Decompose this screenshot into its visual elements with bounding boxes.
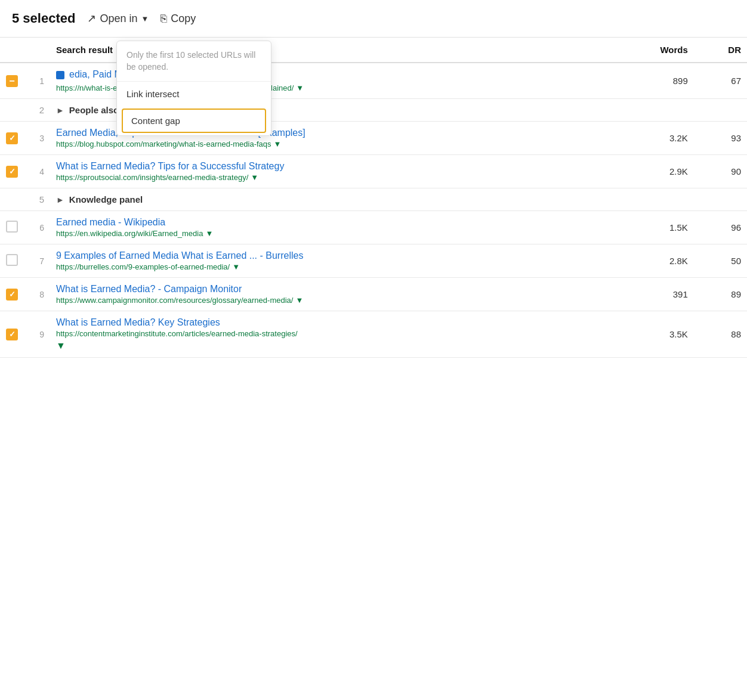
row-checkbox[interactable]: [6, 329, 18, 340]
row-number: 8: [24, 278, 50, 311]
row-checkbox[interactable]: [6, 166, 18, 178]
result-url[interactable]: https://burrelles.com/9-examples-of-earn…: [56, 262, 230, 271]
result-url-container: https://en.wikipedia.org/wiki/Earned_med…: [56, 229, 603, 238]
table-row: 1 edia, Paid Media - Titan Growth https:…: [0, 63, 747, 99]
link-intersect-item[interactable]: Link intersect: [117, 82, 271, 106]
row-checkbox[interactable]: [6, 289, 18, 301]
group-title: Knowledge panel: [69, 194, 143, 205]
checkbox-cell[interactable]: [0, 244, 24, 278]
checkbox-cell[interactable]: [0, 211, 24, 244]
result-cell: What is Earned Media? Key Strategies htt…: [50, 311, 609, 358]
dr-value: 50: [694, 244, 747, 278]
result-link[interactable]: What is Earned Media? Tips for a Success…: [56, 161, 603, 172]
result-url-container: https://blog.hubspot.com/marketing/what-…: [56, 140, 603, 148]
result-url[interactable]: https://blog.hubspot.com/marketing/what-…: [56, 140, 271, 148]
table-row: 8 What is Earned Media? - Campaign Monit…: [0, 278, 747, 311]
words-value: 1.5K: [609, 211, 694, 244]
open-in-dropdown: Only the first 10 selected URLs will be …: [116, 41, 271, 136]
header-checkbox-col: [0, 38, 24, 63]
words-value: 391: [609, 278, 694, 311]
table-row: 4 What is Earned Media? Tips for a Succe…: [0, 155, 747, 188]
row-number: 7: [24, 244, 50, 278]
header-dr-col: DR: [694, 38, 747, 63]
checkbox-cell: [0, 99, 24, 122]
table-row: 6 Earned media - Wikipedia https://en.wi…: [0, 211, 747, 244]
dr-value: 93: [694, 122, 747, 155]
url-dropdown-arrow[interactable]: ▼: [295, 296, 303, 305]
row-checkbox[interactable]: [6, 221, 18, 233]
checkbox-cell[interactable]: [0, 122, 24, 155]
checkbox-cell[interactable]: [0, 63, 24, 99]
open-in-label: Open in: [100, 13, 137, 25]
dr-value: 96: [694, 211, 747, 244]
words-value: 3.5K: [609, 311, 694, 358]
toolbar: 5 selected ↗ Open in ▼ ⎘ Copy Only the f…: [0, 0, 747, 38]
copy-button[interactable]: ⎘ Copy: [160, 13, 196, 25]
copy-label: Copy: [171, 13, 196, 25]
table-row: 9 What is Earned Media? Key Strategies h…: [0, 311, 747, 358]
row-number: 4: [24, 155, 50, 188]
table-row: 3 Earned Media, Explained in 400 Words o…: [0, 122, 747, 155]
result-link[interactable]: 9 Examples of Earned Media What is Earne…: [56, 250, 603, 261]
result-url-container: https://burrelles.com/9-examples-of-earn…: [56, 262, 603, 271]
header-words-col: Words: [609, 38, 694, 63]
checkbox-cell[interactable]: [0, 155, 24, 188]
content-gap-item[interactable]: Content gap: [122, 109, 266, 133]
table-row: 7 9 Examples of Earned Media What is Ear…: [0, 244, 747, 278]
dr-value: 90: [694, 155, 747, 188]
result-url-container: https://www.campaignmonitor.com/resource…: [56, 296, 603, 305]
words-value: 2.9K: [609, 155, 694, 188]
url-dropdown-arrow-bottom[interactable]: ▼: [56, 340, 66, 351]
url-dropdown-arrow[interactable]: ▼: [274, 140, 282, 148]
result-url[interactable]: https://en.wikipedia.org/wiki/Earned_med…: [56, 229, 203, 238]
chevron-down-icon: ▼: [141, 14, 149, 23]
dr-value: 67: [694, 63, 747, 99]
row-checkbox[interactable]: [6, 254, 18, 266]
selected-count: 5 selected: [12, 11, 75, 26]
expand-icon[interactable]: ►: [56, 106, 64, 115]
row-number: 1: [24, 63, 50, 99]
result-cell: What is Earned Media? - Campaign Monitor…: [50, 278, 609, 311]
row-number: 9: [24, 311, 50, 358]
words-value: 899: [609, 63, 694, 99]
row-checkbox[interactable]: [6, 132, 18, 144]
checkbox-cell: [0, 188, 24, 211]
url-dropdown-arrow[interactable]: ▼: [296, 83, 304, 92]
copy-icon: ⎘: [160, 13, 167, 25]
result-url-container: https://contentmarketinginstitute.com/ar…: [56, 329, 603, 338]
checkbox-cell[interactable]: [0, 278, 24, 311]
result-link[interactable]: What is Earned Media? Key Strategies: [56, 317, 603, 328]
words-value: 2.8K: [609, 244, 694, 278]
result-link[interactable]: Earned media - Wikipedia: [56, 217, 603, 228]
dr-value: 89: [694, 278, 747, 311]
external-link-icon: ↗: [87, 12, 96, 25]
result-cell: Earned media - Wikipedia https://en.wiki…: [50, 211, 609, 244]
result-cell: What is Earned Media? Tips for a Success…: [50, 155, 609, 188]
group-title-cell: ► Knowledge panel: [50, 188, 747, 211]
result-url[interactable]: https://www.campaignmonitor.com/resource…: [56, 296, 293, 305]
words-value: 3.2K: [609, 122, 694, 155]
group-row: 5 ► Knowledge panel: [0, 188, 747, 211]
result-url[interactable]: https://contentmarketinginstitute.com/ar…: [56, 329, 298, 338]
favicon-icon: [56, 71, 64, 79]
result-cell: 9 Examples of Earned Media What is Earne…: [50, 244, 609, 278]
row-number: 5: [24, 188, 50, 211]
expand-icon[interactable]: ►: [56, 195, 64, 205]
result-link[interactable]: What is Earned Media? - Campaign Monitor: [56, 284, 603, 295]
row-number: 3: [24, 122, 50, 155]
result-url-container: https://sproutsocial.com/insights/earned…: [56, 173, 603, 182]
dropdown-notice: Only the first 10 selected URLs will be …: [117, 41, 271, 82]
row-number: 6: [24, 211, 50, 244]
result-url[interactable]: https://sproutsocial.com/insights/earned…: [56, 173, 248, 182]
url-dropdown-arrow[interactable]: ▼: [251, 173, 258, 182]
open-in-button[interactable]: ↗ Open in ▼: [87, 12, 149, 25]
dr-value: 88: [694, 311, 747, 358]
results-table: Search result Words DR 1 edia, Paid Medi…: [0, 38, 747, 358]
url-dropdown-arrow[interactable]: ▼: [205, 229, 213, 238]
row-number: 2: [24, 99, 50, 122]
table-header-row: Search result Words DR: [0, 38, 747, 63]
checkbox-cell[interactable]: [0, 311, 24, 358]
row-checkbox[interactable]: [6, 75, 18, 87]
url-dropdown-arrow[interactable]: ▼: [232, 262, 240, 271]
header-num-col: [24, 38, 50, 63]
